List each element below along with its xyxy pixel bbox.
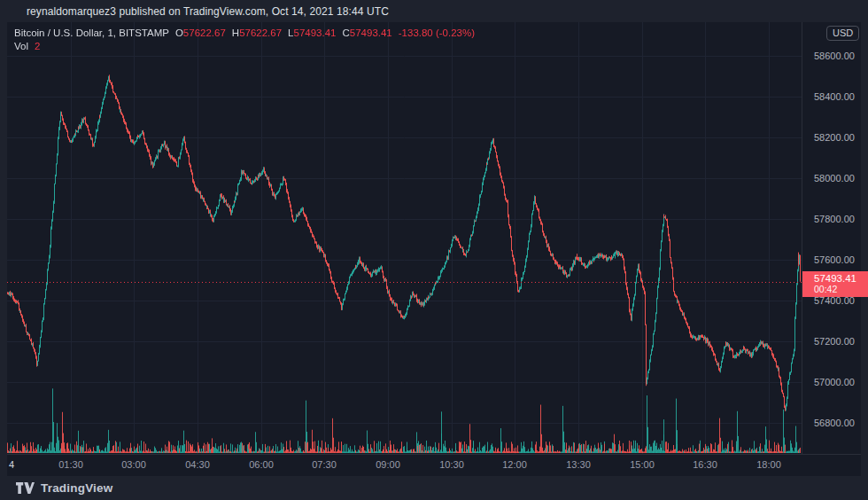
bar-countdown: 00:42 [814, 285, 868, 294]
tradingview-logo-text: TradingView [41, 481, 112, 495]
high-value: 57622.67 [239, 27, 282, 38]
close-value: 57493.41 [350, 27, 392, 38]
snapshot-frame: reynaldomarquez3 published on TradingVie… [0, 0, 868, 500]
price-tick-label: 58600.00 [814, 51, 855, 61]
close-label: C [342, 27, 349, 38]
time-tick-label: 03:00 [121, 459, 146, 470]
price-axis[interactable]: USD 58600.0058400.0058200.0058000.005780… [802, 22, 861, 454]
time-tick-label: 04:30 [185, 459, 210, 470]
price-tick-label: 56800.00 [814, 418, 855, 428]
time-tick-label: 12:00 [502, 459, 527, 470]
time-tick-label: 18:00 [756, 459, 781, 470]
time-tick-label: 01:30 [58, 459, 83, 470]
price-tick-label: 57000.00 [814, 377, 855, 387]
publish-attribution: reynaldomarquez3 published on TradingVie… [27, 5, 389, 18]
last-price-label: 57493.41 00:42 [802, 271, 868, 297]
price-tick-label: 57600.00 [814, 254, 855, 265]
legend-row-ohlc: Bitcoin / U.S. Dollar, 1, BITSTAMPO57622… [14, 27, 475, 39]
price-tick-label: 57800.00 [814, 214, 855, 224]
open-label: O [175, 27, 183, 38]
time-tick-label: 16:30 [693, 459, 717, 470]
high-label: H [232, 27, 239, 38]
price-tick-label: 58000.00 [814, 173, 855, 184]
price-tick-label: 57200.00 [814, 336, 855, 347]
time-tick-label: 15:00 [630, 459, 655, 470]
chart-panel: Bitcoin / U.S. Dollar, 1, BITSTAMPO57622… [7, 22, 861, 476]
price-chart-canvas[interactable] [7, 22, 802, 454]
price-tick-label: 58400.00 [814, 91, 855, 102]
low-value: 57493.41 [294, 27, 337, 38]
currency-badge: USD [826, 26, 859, 41]
legend-row-volume: Vol2 [14, 40, 475, 52]
last-price-value: 57493.41 [814, 273, 868, 285]
time-tick-label: 13:30 [566, 459, 591, 470]
symbol-title: Bitcoin / U.S. Dollar, 1, BITSTAMP [14, 27, 169, 38]
symbol-legend[interactable]: Bitcoin / U.S. Dollar, 1, BITSTAMPO57622… [14, 27, 475, 52]
price-tick-label: 58200.00 [814, 132, 855, 143]
tradingview-logo-icon [16, 482, 35, 494]
time-tick-label: 10:30 [439, 459, 464, 470]
tradingview-logo-link[interactable]: TradingView [16, 481, 112, 495]
time-axis[interactable]: 401:3003:0004:3006:0007:3009:0010:3012:0… [7, 454, 802, 476]
time-tick-label: 09:00 [376, 459, 400, 470]
open-value: 57622.67 [183, 27, 226, 38]
price-tick-label: 57400.00 [814, 295, 855, 306]
footer-bar: TradingView [0, 476, 868, 500]
publish-bar: reynaldomarquez3 published on TradingVie… [0, 0, 868, 22]
change-value: -133.80 (-0.23%) [399, 27, 475, 38]
volume-value: 2 [35, 41, 40, 51]
time-tick-label: 06:00 [249, 459, 274, 470]
time-tick-label: 07:30 [312, 459, 337, 470]
time-tick-label: 4 [9, 459, 14, 470]
volume-label: Vol [14, 41, 28, 51]
